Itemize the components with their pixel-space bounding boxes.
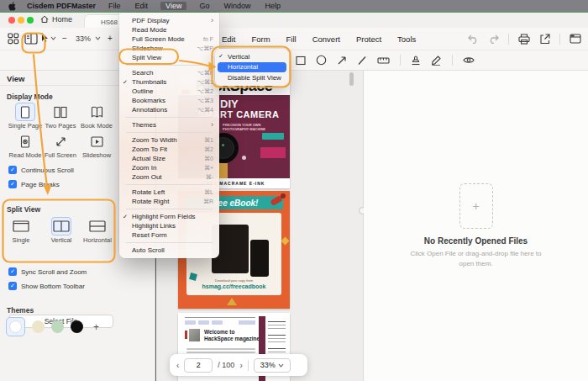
menu-item-annotations[interactable]: Annotations⌥⌘4 [119, 105, 219, 114]
two-pages-icon [50, 103, 71, 121]
apple-logo-icon[interactable] [8, 2, 16, 11]
signature-tool-icon[interactable] [431, 55, 442, 66]
menu-item-full-screen-mode[interactable]: Full Screen Modefn F [119, 34, 219, 44]
menubar-item-edit[interactable]: Edit [134, 2, 150, 10]
page-breaks-checkbox[interactable]: ✓ Page Breaks [8, 180, 60, 188]
menu-item-reset-form[interactable]: Reset Form [119, 230, 219, 240]
menubar-item-file[interactable]: File [107, 2, 123, 10]
arrow-tool-icon[interactable] [337, 56, 347, 66]
cursor-chevron-down-icon[interactable] [50, 36, 56, 40]
toolbar-menu-tools[interactable]: Tools [397, 34, 416, 44]
page-number-input[interactable]: 2 [184, 358, 213, 373]
display-option-book-mode[interactable]: Book Mode [77, 103, 116, 130]
menu-item-rotate-right[interactable]: Rotate Right⌘R [119, 197, 219, 206]
menu-item-bookmarks[interactable]: Bookmarks⌥⌘3 [119, 96, 219, 105]
cover-badge-teal [262, 133, 284, 140]
display-option-two-pages[interactable]: Two Pages [41, 103, 80, 130]
menu-item-zoom-out[interactable]: Zoom Out⌘- [119, 172, 219, 182]
app-menu-title[interactable]: Cisdem PDFMaster [27, 2, 96, 10]
layout-toggle-icon[interactable] [570, 34, 581, 44]
add-theme-button[interactable]: + [93, 321, 99, 333]
zoom-level-value[interactable]: 33% [76, 34, 91, 43]
show-bottom-toolbar-checkbox[interactable]: ✓ Show Bottom Toolbar [8, 282, 85, 290]
stamp-tool-icon[interactable] [411, 55, 421, 66]
select-cursor-icon[interactable] [41, 33, 49, 43]
zoom-in-button[interactable]: + [108, 34, 113, 43]
display-option-single-page[interactable]: Single Page [6, 103, 45, 130]
menu-item-rotate-left[interactable]: Rotate Left⌘L [119, 188, 219, 197]
theme-white-selected[interactable] [6, 317, 25, 336]
ellipse-tool-icon[interactable] [316, 55, 327, 66]
split-option-vertical[interactable]: Vertical [42, 217, 81, 244]
panel-title: View [7, 74, 24, 83]
display-mode-label: Display Mode [7, 93, 53, 101]
toolbar-separator [559, 34, 560, 45]
submenu-arrow-icon: › [211, 18, 213, 24]
home-tab[interactable]: Home [40, 15, 72, 24]
toolbar-menu-convert[interactable]: Convert [312, 34, 340, 44]
checkmark-icon: ✓ [218, 53, 223, 60]
zoom-select[interactable]: 33% [254, 358, 291, 373]
theme-sepia[interactable] [32, 320, 45, 333]
menubar-item-view[interactable]: View [160, 2, 186, 10]
theme-dark[interactable] [71, 320, 83, 333]
zoom-out-button[interactable]: − [62, 34, 67, 43]
menu-item-split-view[interactable]: Split View› [119, 53, 219, 62]
menubar-item-help[interactable]: Help [263, 2, 282, 10]
menu-item-zoom-to-width[interactable]: Zoom To Width⌘1 [119, 135, 219, 145]
text-line [268, 335, 286, 336]
print-icon[interactable] [518, 34, 530, 45]
open-file-drop-zone[interactable]: + [459, 183, 493, 229]
menu-item-slideshow[interactable]: Slideshow⌥⌘P [119, 44, 219, 53]
split-option-single[interactable]: Single [2, 217, 40, 244]
line-tool-icon[interactable] [357, 56, 367, 66]
menu-item-themes[interactable]: Themes› [119, 120, 219, 130]
submenu-item-vertical[interactable]: ✓ Vertical [215, 51, 289, 62]
zoom-chevron-down-icon[interactable] [95, 36, 101, 40]
menu-item-highlight-links[interactable]: Highlight Links [119, 221, 219, 230]
submenu-item-disable-split-view[interactable]: Disable Split View [215, 72, 289, 83]
menu-item-zoom-to-fit[interactable]: Zoom To Fit⌘2 [119, 145, 219, 154]
previous-page-button[interactable]: ‹ [176, 361, 179, 370]
menu-item-outline[interactable]: Outline⌥⌘2 [119, 87, 219, 96]
menu-item-pdf-display[interactable]: PDF Display› [119, 16, 219, 25]
rectangle-tool-icon[interactable] [296, 56, 306, 66]
toolbar-menu-fill[interactable]: Fill [286, 34, 297, 44]
theme-green[interactable] [51, 320, 64, 333]
menu-item-actual-size[interactable]: Actual Size⌘0 [119, 154, 219, 163]
page-navigation-bar: ‹ 2 / 100 › 33% [170, 354, 307, 376]
menubar-item-window[interactable]: Window [222, 2, 252, 10]
share-icon[interactable] [539, 34, 550, 45]
author-portrait [189, 329, 200, 341]
redact-eye-icon[interactable] [463, 56, 475, 65]
single-page-icon [15, 103, 35, 121]
continuous-scroll-checkbox[interactable]: ✓ Continuous Scroll [8, 166, 74, 174]
display-option-full-screen[interactable]: Full Screen [41, 132, 80, 159]
viewer-scrollbar-thumb[interactable] [349, 72, 354, 86]
minimize-button[interactable] [18, 17, 24, 24]
menu-item-search[interactable]: Search⌥⌘F [119, 68, 219, 77]
sync-scroll-zoom-checkbox[interactable]: ✓ Sync Scroll and Zoom [8, 267, 87, 276]
view-panel-icon[interactable] [24, 33, 38, 45]
toolbar-menu-form[interactable]: Form [251, 34, 270, 44]
submenu-item-horizontal[interactable]: Horizontal [218, 62, 286, 73]
maximize-button[interactable] [27, 17, 34, 24]
menubar-item-go[interactable]: Go [197, 2, 211, 10]
close-button[interactable] [8, 17, 15, 24]
toolbar-menu-protect[interactable]: Protect [356, 34, 381, 44]
display-option-read-mode[interactable]: Read Mode [6, 132, 45, 159]
split-option-horizontal[interactable]: Horizontal [78, 217, 117, 244]
menu-item-read-mode[interactable]: Read Mode [119, 25, 219, 34]
menu-item-zoom-in[interactable]: Zoom In⌘+ [119, 163, 219, 172]
menu-item-thumbnails[interactable]: ✓ Thumbnails⌥⌘1 [119, 77, 219, 87]
measure-tool-icon[interactable] [377, 56, 390, 65]
toolbar-menu-edit[interactable]: Edit [222, 34, 235, 44]
thumbnail-grid-icon[interactable] [8, 33, 19, 45]
next-page-button[interactable]: › [239, 361, 242, 370]
menu-item-highlight-form-fields[interactable]: ✓ Highlight Form Fields [119, 212, 219, 221]
undo-icon[interactable] [468, 34, 479, 44]
redo-icon[interactable] [488, 34, 499, 44]
menu-item-auto-scroll[interactable]: Auto Scroll [119, 246, 219, 255]
page-graphic [198, 320, 209, 325]
display-option-slideshow[interactable]: Slideshow [77, 132, 116, 159]
